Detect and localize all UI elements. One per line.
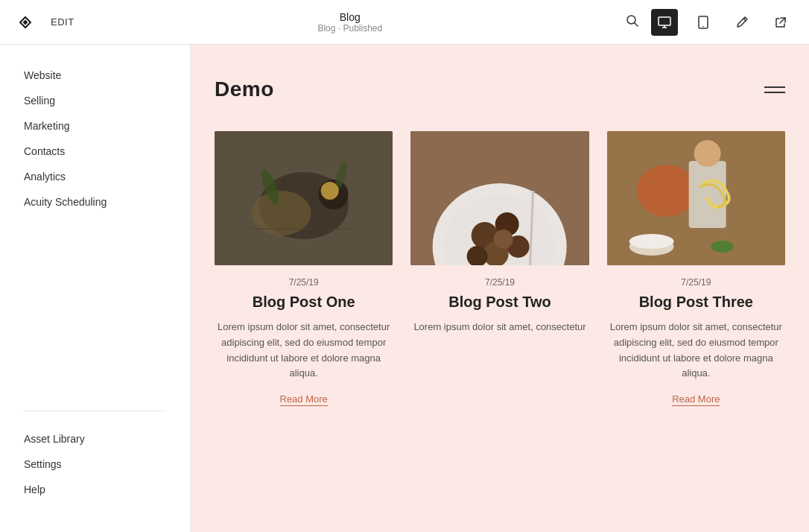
hamburger-line-1 [764,86,785,88]
svg-rect-32 [688,161,726,228]
sidebar-item-analytics[interactable]: Analytics [0,164,190,189]
sidebar-divider [24,411,166,411]
hamburger-menu-icon[interactable] [764,86,785,93]
page-title: Blog [340,11,361,23]
blog-card-post-two: 7/25/19 Blog Post Two Lorem ipsum dolor … [410,131,588,406]
blog-site-title: Demo [215,77,274,101]
svg-line-2 [634,22,638,26]
svg-line-9 [780,18,785,23]
svg-point-33 [694,140,720,167]
search-button[interactable] [626,14,639,31]
svg-point-26 [494,229,513,249]
blog-post-three-read-more[interactable]: Read More [672,393,720,406]
sidebar-item-website[interactable]: Website [0,63,190,88]
blog-post-two-date: 7/25/19 [410,277,588,288]
blog-post-three-date: 7/25/19 [607,277,785,288]
edit-button[interactable]: EDIT [51,16,74,28]
blog-post-two-excerpt: Lorem ipsum dolor sit amet, consectetur [410,320,588,335]
svg-line-8 [743,19,746,21]
svg-rect-3 [659,17,670,25]
sidebar-item-selling[interactable]: Selling [0,88,190,113]
blog-post-three-title: Blog Post Three [607,294,785,311]
sidebar-nav: Website Selling Marketing Contacts Analy… [0,63,190,396]
content-area: Demo [191,45,809,532]
tablet-view-button[interactable] [690,9,717,36]
topbar: EDIT Blog Blog · Published [0,0,809,45]
sidebar: Website Selling Marketing Contacts Analy… [0,45,191,532]
blog-post-one-image [215,131,393,265]
svg-point-35 [629,234,673,249]
blog-preview: Demo [191,45,809,532]
blog-grid: 7/25/19 Blog Post One Lorem ipsum dolor … [215,131,785,406]
svg-point-7 [702,25,704,27]
sidebar-item-contacts[interactable]: Contacts [0,139,190,164]
main-layout: Website Selling Marketing Contacts Analy… [0,45,809,532]
svg-point-36 [711,241,733,253]
topbar-left: EDIT [15,12,74,33]
external-link-button[interactable] [767,9,794,36]
page-subtitle: Blog · Published [317,23,382,34]
hamburger-line-2 [764,92,785,93]
blog-post-three-excerpt: Lorem ipsum dolor sit amet, consectetur … [607,320,785,381]
svg-point-31 [636,165,696,217]
topbar-right [626,9,794,36]
sidebar-item-settings[interactable]: Settings [0,452,190,477]
blog-post-one-title: Blog Post One [215,294,393,311]
edit-pen-button[interactable] [729,9,755,36]
topbar-center: Blog Blog · Published [317,11,382,34]
blog-post-three-image [607,131,785,265]
svg-rect-14 [252,228,356,229]
blog-post-one-date: 7/25/19 [215,277,393,288]
sidebar-bottom: Asset Library Settings Help [0,426,190,514]
desktop-view-button[interactable] [651,9,678,36]
blog-card-post-three: 7/25/19 Blog Post Three Lorem ipsum dolo… [607,131,785,406]
sidebar-item-acuity[interactable]: Acuity Scheduling [0,189,190,215]
blog-post-two-title: Blog Post Two [410,294,588,311]
blog-card-post-one: 7/25/19 Blog Post One Lorem ipsum dolor … [215,131,393,406]
squarespace-logo [15,12,36,33]
sidebar-item-asset-library[interactable]: Asset Library [0,426,190,452]
blog-post-one-excerpt: Lorem ipsum dolor sit amet, consectetur … [215,320,393,381]
blog-post-two-image [410,131,588,265]
svg-point-17 [321,182,339,200]
blog-post-one-read-more[interactable]: Read More [280,393,328,406]
sidebar-item-marketing[interactable]: Marketing [0,113,190,139]
sidebar-item-help[interactable]: Help [0,477,190,502]
blog-header: Demo [215,60,785,119]
